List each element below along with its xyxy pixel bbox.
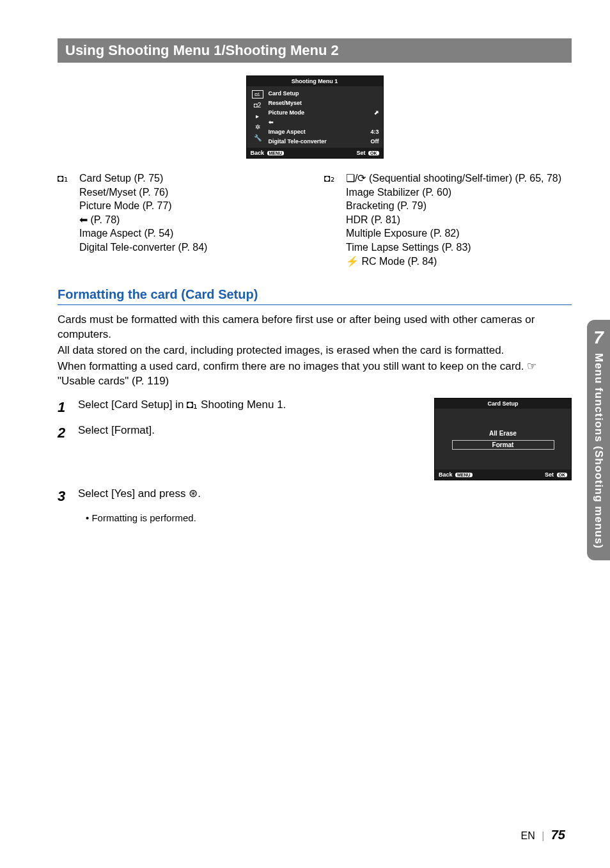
shooting-menu-1-list: ◘₁ Card Setup (P. 75) Reset/Myset (P. 76…	[58, 171, 305, 268]
shooting-menu-2-list: ◘₂ ❏/⟳ (Sequential shooting/Self-timer) …	[324, 171, 572, 268]
list-item: Picture Mode (P. 77)	[79, 199, 207, 213]
chapter-side-tab: 7 Menu functions (Shooting menus)	[587, 320, 610, 560]
body-paragraph: All data stored on the card, including p…	[58, 343, 572, 358]
list-item: Bracketing (P. 79)	[346, 199, 561, 213]
wrench-icon: 🔧	[252, 134, 263, 142]
list-item: Multiple Exposure (P. 82)	[346, 226, 561, 241]
body-paragraph: When formatting a used card, confirm the…	[58, 359, 572, 389]
list-item: ❏/⟳ (Sequential shooting/Self-timer) (P.…	[346, 171, 561, 185]
step-1: 1 Select [Card Setup] in ◘₁ Shooting Men…	[58, 398, 421, 417]
list-item: Reset/Myset (P. 76)	[79, 185, 207, 200]
step-number: 1	[58, 398, 70, 417]
menu-item-value: ⬈	[374, 109, 379, 117]
footer-language: EN	[520, 830, 535, 841]
body-paragraph: Cards must be formatted with this camera…	[58, 313, 572, 342]
step-number: 3	[58, 487, 70, 506]
list-item: Image Stabilizer (P. 60)	[346, 185, 561, 200]
playback-icon: ▸	[252, 112, 263, 120]
menu-item-label: Card Setup	[269, 90, 299, 98]
footer-page-number: 75	[551, 828, 565, 842]
menu-badge-icon: MENU	[455, 473, 473, 477]
menu-item-label: Image Aspect	[269, 128, 306, 136]
list-item: ⬅ (P. 78)	[79, 213, 207, 227]
step-2: 2 Select [Format].	[58, 423, 421, 443]
card-setup-screenshot: Card Setup All Erase Format Back MENU Se…	[434, 398, 572, 480]
camera2-icon: ◘₂	[324, 171, 340, 268]
card-setup-option-all-erase: All Erase	[489, 429, 517, 438]
page-section-heading: Using Shooting Menu 1/Shooting Menu 2	[58, 38, 572, 63]
step-text: Select [Yes] and press ⊛.	[78, 487, 201, 506]
menu-item-label: Picture Mode	[269, 109, 305, 117]
menu-item-label: ⬅	[269, 118, 274, 127]
shooting-menu-1-screenshot: Shooting Menu 1 ◘1 ◘2 ▸ ✲ 🔧 Card Setup R…	[246, 75, 384, 159]
ok-badge-icon: OK	[368, 151, 379, 155]
footer-divider: |	[542, 830, 544, 841]
menu-screenshot-title: Shooting Menu 1	[247, 76, 383, 86]
list-item: Digital Tele-converter (P. 84)	[79, 241, 207, 255]
card-setup-option-format-selected: Format	[452, 440, 554, 450]
menu-footer-set: Set OK	[356, 150, 379, 156]
section-heading-formatting: Formatting the card (Card Setup)	[58, 287, 572, 305]
list-item: HDR (P. 81)	[346, 213, 561, 227]
card-setup-footer-set: Set OK	[545, 471, 567, 478]
card-setup-title: Card Setup	[435, 398, 571, 409]
menu-item-label: Reset/Myset	[269, 99, 302, 107]
menu-sidebar-icons: ◘1 ◘2 ▸ ✲ 🔧	[251, 89, 265, 146]
chapter-title: Menu functions (Shooting menus)	[592, 353, 605, 549]
step-text: Select [Card Setup] in ◘₁ Shooting Menu …	[78, 398, 286, 417]
camera1-icon: ◘1	[252, 90, 263, 99]
menu-item-value: Off	[371, 138, 379, 146]
gear-icon: ✲	[252, 123, 263, 131]
list-item: Time Lapse Settings (P. 83)	[346, 241, 561, 255]
step-3-sub: • Formatting is performed.	[86, 512, 572, 523]
camera1-icon: ◘₁	[58, 171, 73, 268]
menu-item-label: Digital Tele-converter	[269, 138, 327, 146]
page-footer: EN | 75	[520, 828, 565, 842]
list-item: Image Aspect (P. 54)	[79, 226, 207, 241]
menu-items-list: Card Setup Reset/Myset Picture Mode⬈ ⬅ I…	[265, 89, 379, 146]
list-item: Card Setup (P. 75)	[79, 171, 207, 185]
menu-reference-columns: ◘₁ Card Setup (P. 75) Reset/Myset (P. 76…	[58, 171, 572, 268]
menu-item-value: 4:3	[370, 128, 379, 136]
step-3: 3 Select [Yes] and press ⊛.	[58, 487, 572, 506]
ok-badge-icon: OK	[557, 473, 568, 477]
camera2-icon: ◘2	[252, 101, 263, 109]
card-setup-footer-back: Back MENU	[439, 471, 473, 478]
chapter-number: 7	[593, 327, 604, 348]
step-number: 2	[58, 423, 70, 443]
step-text: Select [Format].	[78, 423, 155, 443]
list-item: ⚡ RC Mode (P. 84)	[346, 255, 561, 269]
menu-badge-icon: MENU	[267, 151, 285, 155]
menu-footer-back: Back MENU	[251, 150, 285, 156]
